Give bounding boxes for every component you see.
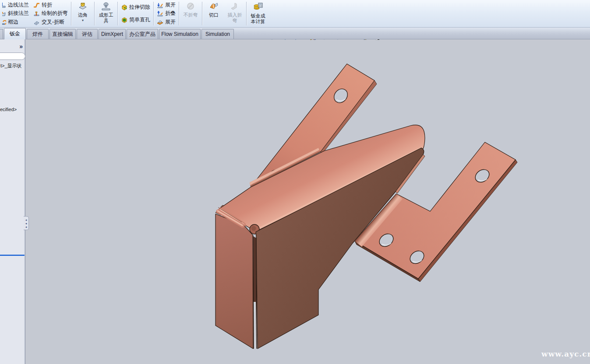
sheet-metal-cost-icon (253, 1, 263, 13)
fold-icon (157, 10, 163, 17)
tree-item-display-state[interactable]: t>_显示状 (0, 63, 25, 69)
tab-partial[interactable] (0, 29, 3, 39)
watermark: www.ayc.cn (541, 350, 590, 358)
sketched-bend-icon (33, 10, 40, 17)
insert-bends-icon (230, 1, 240, 12)
corner-icon (78, 1, 88, 12)
rollback-bar[interactable] (0, 255, 25, 256)
edge-flange-icon (2, 2, 6, 8)
insert-bends-button[interactable]: 插入折 弯 (224, 0, 245, 27)
toolbar-separator (153, 2, 154, 25)
tab-office-products[interactable]: 办公室产品 (127, 29, 158, 39)
model-left-flange[interactable] (216, 211, 253, 349)
command-manager-tabbar: 钣金 焊件 直接编辑 评估 DimXpert 办公室产品 Flow Simula… (0, 28, 590, 39)
toolbar-separator (94, 2, 95, 25)
command-manager-toolbar: 边线法兰 斜接法兰 褶边 转折 绘制的折弯 交叉-折断 (0, 0, 590, 28)
tab-direct-editing[interactable]: 直接编辑 (49, 29, 76, 39)
rip-button[interactable]: 切口 (203, 0, 224, 27)
hem-button[interactable]: 褶边 (1, 18, 30, 26)
fold-button[interactable]: 折叠 (156, 9, 177, 18)
unfold-button[interactable]: 展开 (156, 1, 177, 9)
corner-dropdown-arrow[interactable]: ▾ (82, 19, 84, 22)
corner-button[interactable]: 边角 ▾ (72, 0, 93, 27)
toolbar-separator (179, 2, 179, 25)
extruded-cut-icon (121, 4, 127, 10)
toolbar-bend-column: 转折 绘制的折弯 交叉-折断 (31, 0, 70, 27)
panel-expand-chevrons[interactable]: » (19, 43, 22, 50)
flatten-icon (157, 19, 163, 25)
hem-icon (2, 19, 6, 25)
feature-manager-panel: » t>_显示状 ecified> ◂◂◂ (0, 39, 25, 364)
simple-hole-button[interactable]: 简单直孔 (120, 16, 151, 24)
no-bends-button[interactable]: 不折弯 (180, 0, 201, 27)
panel-splitter-handle[interactable]: ◂◂◂ (24, 216, 29, 230)
sheet-metal-part-model[interactable] (0, 0, 590, 364)
flatten-button[interactable]: 展开 (156, 18, 177, 26)
toolbar-cut-column: 拉伸切除 简单直孔 (119, 0, 152, 27)
jog-button[interactable]: 转折 (32, 1, 69, 9)
toolbar-flange-column: 边线法兰 斜接法兰 褶边 (0, 0, 31, 27)
forming-tool-button[interactable]: 成形工 具 (95, 0, 117, 27)
jog-icon (33, 2, 40, 8)
cross-break-button[interactable]: 交叉-折断 (32, 18, 69, 26)
tab-sheet-metal[interactable]: 钣金 (4, 28, 26, 39)
model-rip-gap[interactable] (253, 235, 257, 349)
simple-hole-icon (121, 17, 127, 23)
edge-flange-button[interactable]: 边线法兰 (1, 1, 30, 9)
tree-item-material[interactable]: ecified> (0, 107, 25, 112)
sketched-bend-button[interactable]: 绘制的折弯 (32, 9, 69, 18)
cross-break-icon (33, 19, 40, 25)
tab-dimxpert[interactable]: DimXpert (99, 29, 126, 39)
feature-tree-filter-input[interactable] (0, 52, 25, 60)
miter-flange-button[interactable]: 斜接法兰 (1, 9, 30, 18)
miter-flange-icon (2, 10, 6, 17)
tab-flow-simulation[interactable]: Flow Simulation (159, 29, 201, 39)
extruded-cut-button[interactable]: 拉伸切除 (120, 3, 151, 11)
toolbar-separator (202, 2, 202, 25)
tab-weldments[interactable]: 焊件 (27, 29, 49, 39)
rip-icon (208, 1, 219, 12)
forming-tool-icon (101, 1, 111, 12)
sheet-metal-cost-button[interactable]: 钣金成 本计算 (247, 0, 269, 27)
toolbar-separator (246, 2, 247, 25)
tab-simulation[interactable]: Simulation (201, 29, 234, 39)
tab-evaluate[interactable]: 评估 (77, 29, 98, 39)
toolbar-separator (71, 2, 71, 25)
toolbar-fold-column: 展开 折叠 展开 (155, 0, 178, 27)
no-bends-icon (186, 1, 195, 12)
unfold-icon (157, 2, 163, 8)
toolbar-separator (117, 2, 118, 25)
